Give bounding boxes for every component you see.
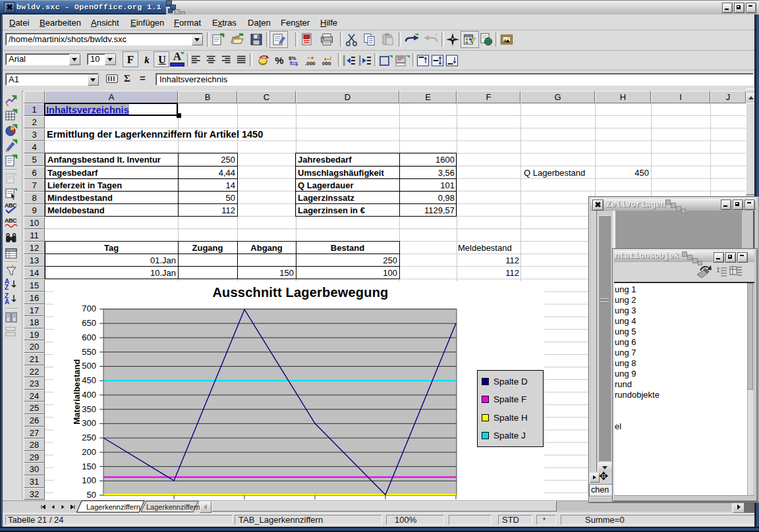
svg-text:Lagerkennziffern: Lagerkennziffern bbox=[146, 503, 200, 511]
svg-text:.000: .000 bbox=[305, 61, 316, 66]
svg-text:Lagerkennziffern: Lagerkennziffern bbox=[86, 503, 140, 511]
svg-text:$%: $% bbox=[289, 55, 296, 61]
svg-text:000: 000 bbox=[322, 61, 331, 66]
